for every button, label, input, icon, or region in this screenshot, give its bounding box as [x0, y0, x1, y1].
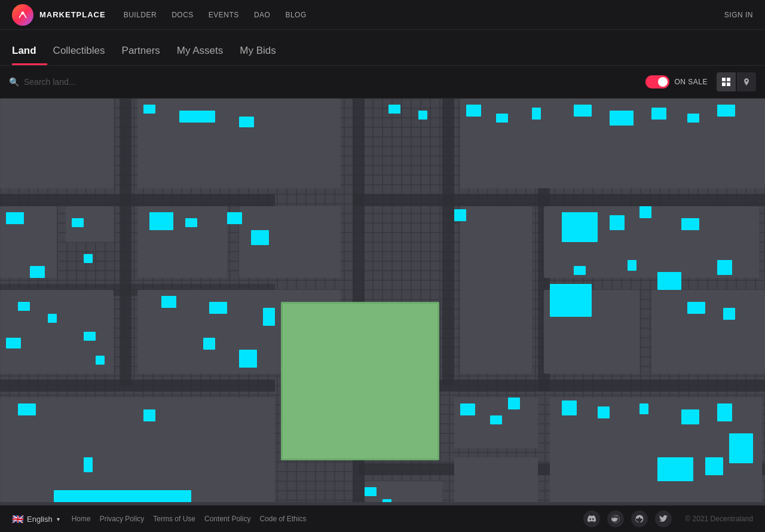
- svg-rect-65: [574, 105, 592, 117]
- reddit-icon[interactable]: [607, 510, 624, 527]
- svg-rect-37: [454, 457, 538, 502]
- svg-rect-47: [6, 338, 21, 348]
- tab-collectibles[interactable]: Collectibles: [53, 45, 116, 65]
- svg-rect-61: [239, 350, 257, 368]
- svg-rect-41: [6, 212, 24, 224]
- svg-rect-91: [598, 406, 610, 418]
- copyright-text: © 2021 Decentraland: [685, 515, 753, 523]
- tab-partners[interactable]: Partners: [122, 45, 171, 65]
- view-buttons: [717, 72, 756, 91]
- nav-events[interactable]: EVENTS: [209, 11, 239, 19]
- svg-rect-56: [251, 230, 269, 245]
- svg-rect-18: [442, 99, 454, 386]
- footer-links: Home Privacy Policy Terms of Use Content…: [72, 515, 307, 523]
- svg-rect-97: [657, 457, 693, 481]
- svg-rect-69: [717, 105, 735, 117]
- svg-rect-34: [651, 290, 765, 374]
- svg-rect-45: [18, 302, 30, 311]
- svg-rect-71: [610, 215, 625, 230]
- svg-rect-60: [203, 338, 215, 350]
- svg-rect-95: [729, 433, 753, 463]
- search-bar: 🔍 ON SALE: [0, 66, 765, 99]
- svg-rect-53: [149, 212, 173, 230]
- search-input-wrap: 🔍: [9, 77, 645, 87]
- svg-rect-96: [705, 457, 723, 475]
- marketplace-label: MARKETPLACE: [39, 10, 106, 19]
- nav-dao[interactable]: DAO: [254, 11, 271, 19]
- svg-point-0: [17, 9, 29, 21]
- sign-in-button[interactable]: SIGN IN: [724, 11, 753, 19]
- tab-land[interactable]: Land: [12, 45, 47, 65]
- discord-icon[interactable]: [583, 510, 600, 527]
- search-input[interactable]: [24, 77, 645, 87]
- svg-rect-88: [490, 415, 502, 424]
- svg-rect-2: [722, 78, 726, 81]
- twitter-icon[interactable]: [655, 510, 672, 527]
- footer-ethics-link[interactable]: Code of Ethics: [259, 515, 306, 523]
- svg-rect-94: [717, 403, 732, 421]
- nav-builder[interactable]: BUILDER: [124, 11, 157, 19]
- nav-links: BUILDER DOCS EVENTS DAO BLOG: [124, 11, 724, 19]
- svg-rect-63: [496, 114, 508, 123]
- footer-terms-link[interactable]: Terms of Use: [153, 515, 195, 523]
- svg-rect-102: [454, 209, 466, 221]
- svg-rect-62: [466, 105, 481, 117]
- svg-rect-54: [185, 218, 197, 227]
- svg-rect-101: [418, 111, 427, 120]
- land-map: [0, 99, 765, 502]
- svg-rect-90: [562, 400, 577, 415]
- svg-rect-85: [143, 409, 155, 421]
- svg-rect-49: [96, 356, 105, 365]
- svg-rect-57: [161, 296, 176, 308]
- svg-rect-44: [84, 254, 93, 263]
- tab-my-assets[interactable]: My Assets: [177, 45, 234, 65]
- map-container[interactable]: [0, 99, 765, 505]
- language-label: English: [27, 515, 53, 524]
- svg-rect-9: [0, 194, 275, 206]
- svg-rect-50: [143, 105, 155, 114]
- logo-area[interactable]: MARKETPLACE: [12, 4, 106, 26]
- svg-rect-42: [72, 218, 84, 227]
- svg-rect-68: [687, 114, 699, 123]
- svg-rect-11: [0, 380, 275, 392]
- map-view-button[interactable]: [737, 72, 756, 91]
- grid-view-button[interactable]: [717, 72, 736, 91]
- svg-rect-73: [681, 218, 699, 230]
- svg-rect-4: [722, 82, 726, 86]
- svg-rect-92: [639, 403, 648, 414]
- footer-content-policy-link[interactable]: Content Policy: [204, 515, 250, 523]
- svg-rect-55: [227, 212, 242, 224]
- chevron-down-icon: ▾: [57, 516, 60, 522]
- nav-docs[interactable]: DOCS: [172, 11, 194, 19]
- footer-home-link[interactable]: Home: [72, 515, 91, 523]
- svg-rect-79: [723, 308, 735, 320]
- tab-my-bids[interactable]: My Bids: [240, 45, 286, 65]
- svg-rect-80: [550, 284, 592, 317]
- svg-rect-78: [687, 302, 705, 314]
- nav-blog[interactable]: BLOG: [285, 11, 306, 19]
- svg-rect-29: [283, 304, 437, 458]
- svg-rect-93: [681, 409, 699, 424]
- svg-rect-86: [84, 457, 93, 472]
- svg-rect-67: [651, 108, 666, 120]
- svg-rect-106: [382, 499, 391, 502]
- svg-rect-89: [508, 398, 520, 409]
- github-icon[interactable]: [631, 510, 648, 527]
- footer-privacy-link[interactable]: Privacy Policy: [100, 515, 145, 523]
- svg-rect-24: [137, 99, 341, 188]
- language-selector[interactable]: 🇬🇧 English ▾: [12, 513, 60, 525]
- header: MARKETPLACE BUILDER DOCS EVENTS DAO BLOG…: [0, 0, 765, 30]
- on-sale-toggle[interactable]: [645, 75, 669, 88]
- svg-rect-51: [179, 111, 215, 123]
- svg-rect-43: [30, 266, 45, 278]
- svg-rect-20: [0, 99, 114, 188]
- search-icon: 🔍: [9, 77, 19, 87]
- svg-rect-59: [263, 308, 275, 326]
- on-sale-label: ON SALE: [674, 78, 708, 86]
- svg-rect-10: [353, 194, 765, 206]
- tabs-bar: Land Collectibles Partners My Assets My …: [0, 30, 765, 66]
- svg-rect-52: [239, 117, 254, 127]
- svg-rect-105: [365, 487, 377, 496]
- svg-point-1: [22, 11, 25, 14]
- on-sale-area: ON SALE: [645, 75, 708, 88]
